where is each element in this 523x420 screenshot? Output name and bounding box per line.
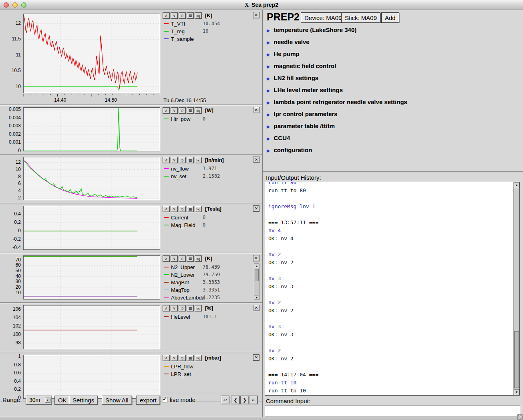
log-scale-button[interactable]: log <box>195 355 202 361</box>
chart-close-button[interactable]: ✕ <box>253 157 259 163</box>
chart-plot-5[interactable] <box>23 255 160 299</box>
legend-item-lpr-set[interactable]: LPR_set <box>164 370 253 378</box>
tree-item-ln2-fill-settings[interactable]: ▶LN2 fill settings <box>267 74 318 85</box>
nav-return-button[interactable]: ↩ <box>221 396 229 404</box>
show-all-button[interactable]: Show All <box>102 396 132 405</box>
log-scale-button[interactable]: log <box>195 305 202 311</box>
scroll-down-button[interactable]: ∨ <box>171 255 178 262</box>
dropdown-arrow-icon[interactable]: ▾ <box>45 398 50 403</box>
history-scrollbar[interactable]: ▲ ▼ <box>513 182 519 395</box>
legend-item-n2-upper[interactable]: N2_Upper78.439 <box>164 263 253 271</box>
legend-item-lpr-flow[interactable]: LPR_flow <box>164 363 253 370</box>
log-scale-button[interactable]: log <box>195 157 202 163</box>
expand-arrow-icon[interactable]: ▶ <box>267 112 270 117</box>
command-input[interactable] <box>265 406 520 416</box>
legend-scrollbar[interactable]: ▲▼ <box>254 263 259 300</box>
scroll-down-button[interactable]: ∨ <box>171 12 178 19</box>
log-scale-button[interactable]: log <box>195 12 202 19</box>
chart-plot-6[interactable] <box>23 305 160 349</box>
grid-button[interactable]: ▦ <box>187 255 194 262</box>
zoom-button[interactable]: ◇ <box>179 107 186 114</box>
legend-item-nv-set[interactable]: nv_set2.1502 <box>164 173 253 180</box>
grid-button[interactable]: ▦ <box>187 206 194 212</box>
settings-button[interactable]: Settings <box>69 396 98 405</box>
grid-button[interactable]: ▦ <box>187 107 194 114</box>
io-history-box[interactable]: run tt 80run tt to 80 ignoreMsg lnv 1 ==… <box>265 182 520 396</box>
zoom-button[interactable]: ◇ <box>179 206 186 212</box>
scroll-down-button[interactable]: ∨ <box>171 305 178 311</box>
expand-arrow-icon[interactable]: ▶ <box>267 28 270 33</box>
expand-arrow-icon[interactable]: ▶ <box>267 136 270 141</box>
scroll-up-button[interactable]: ∧ <box>163 206 170 212</box>
tree-item-temperature-lakeshore-340[interactable]: ▶temperature (LakeShore 340) <box>267 26 356 37</box>
zoom-button[interactable]: ◇ <box>179 355 186 361</box>
tree-item-ccu4[interactable]: ▶CCU4 <box>267 135 290 145</box>
expand-arrow-icon[interactable]: ▶ <box>267 64 270 69</box>
legend-item-helevel[interactable]: HeLevel101.1 <box>164 313 253 321</box>
chart-close-button[interactable]: ✕ <box>253 107 259 113</box>
grid-button[interactable]: ▦ <box>187 355 194 361</box>
device-button[interactable]: Device: MA09 <box>301 12 345 23</box>
chart-plot-7[interactable] <box>23 355 160 399</box>
legend-item-htr-pow[interactable]: Htr_pow0 <box>164 115 253 123</box>
chart-close-button[interactable]: ✕ <box>253 354 259 361</box>
scroll-up-button[interactable]: ∧ <box>163 157 170 163</box>
legend-item-nv-flow[interactable]: nv_flow1.971 <box>164 165 253 173</box>
tree-item-needle-valve[interactable]: ▶needle valve <box>267 38 310 49</box>
scroll-down-button[interactable]: ∨ <box>171 107 178 114</box>
zoom-button[interactable]: ◇ <box>179 255 186 262</box>
chart-close-button[interactable]: ✕ <box>253 255 259 261</box>
legend-item-t-reg[interactable]: T_reg10 <box>164 28 253 35</box>
grid-button[interactable]: ▦ <box>187 157 194 163</box>
scrollbar-up-icon[interactable]: ▲ <box>254 264 259 268</box>
chart-close-button[interactable]: ✕ <box>253 12 259 18</box>
zoom-button[interactable]: ◇ <box>179 12 186 19</box>
expand-arrow-icon[interactable]: ▶ <box>267 52 270 57</box>
legend-item-current[interactable]: Current0 <box>164 214 253 221</box>
ok-button[interactable]: OK <box>54 396 70 405</box>
legend-item-magbot[interactable]: MagBot3.3353 <box>164 279 253 286</box>
chart-plot-1[interactable] <box>23 14 160 93</box>
scrollbar-down-icon[interactable]: ▼ <box>254 295 259 299</box>
chart-plot-4[interactable] <box>23 206 160 250</box>
log-scale-button[interactable]: log <box>195 255 202 262</box>
nav-forward-button[interactable]: ❯ <box>240 396 249 404</box>
scrollbar-up-icon[interactable]: ▲ <box>514 182 519 188</box>
live-mode-checkbox[interactable]: ✓ <box>162 397 167 402</box>
chart-close-button[interactable]: ✕ <box>253 205 259 212</box>
scrollbar-thumb[interactable] <box>255 269 259 281</box>
nav-latest-button[interactable]: ⇤ <box>249 396 258 404</box>
scroll-down-button[interactable]: ∨ <box>171 157 178 163</box>
zoom-button[interactable]: ◇ <box>179 157 186 163</box>
add-button[interactable]: Add <box>381 12 399 23</box>
scroll-down-button[interactable]: ∨ <box>171 206 178 212</box>
scroll-up-button[interactable]: ∧ <box>163 255 170 262</box>
legend-item-t-vti[interactable]: T_VTI10.454 <box>164 20 253 28</box>
export-button[interactable]: export <box>136 396 160 405</box>
legend-item-mag-field[interactable]: Mag_Field0 <box>164 221 253 229</box>
expand-arrow-icon[interactable]: ▶ <box>267 124 270 129</box>
tree-item-lhe-level-meter-settings[interactable]: ▶LHe level meter settings <box>267 86 343 97</box>
grid-button[interactable]: ▦ <box>187 12 194 19</box>
scrollbar-thumb[interactable] <box>514 331 519 388</box>
expand-arrow-icon[interactable]: ▶ <box>267 40 270 45</box>
log-scale-button[interactable]: log <box>195 107 202 114</box>
tree-item-parameter-table-tt-tm[interactable]: ▶parameter table /tt/tm <box>267 123 335 133</box>
zoom-button[interactable]: ◇ <box>179 305 186 311</box>
grid-button[interactable]: ▦ <box>187 305 194 311</box>
scroll-up-button[interactable]: ∧ <box>163 12 170 19</box>
stick-button[interactable]: Stick: MA09 <box>341 12 380 23</box>
tree-item-lpr-control-parameters[interactable]: ▶lpr control parameters <box>267 111 338 121</box>
scroll-down-button[interactable]: ∨ <box>171 355 178 361</box>
scroll-up-button[interactable]: ∧ <box>163 107 170 114</box>
expand-arrow-icon[interactable]: ▶ <box>267 148 270 153</box>
log-scale-button[interactable]: log <box>195 206 202 212</box>
expand-arrow-icon[interactable]: ▶ <box>267 100 270 105</box>
legend-item-t-sample[interactable]: T_sample <box>164 35 253 43</box>
scrollbar-down-icon[interactable]: ▼ <box>514 389 519 395</box>
scroll-up-button[interactable]: ∧ <box>163 355 170 361</box>
legend-item-abovelambda[interactable]: AboveLambda4.2235 <box>164 294 253 301</box>
chart-plot-2[interactable] <box>23 107 160 151</box>
legend-item-magtop[interactable]: MagTop3.3351 <box>164 286 253 294</box>
chart-close-button[interactable]: ✕ <box>253 305 259 311</box>
